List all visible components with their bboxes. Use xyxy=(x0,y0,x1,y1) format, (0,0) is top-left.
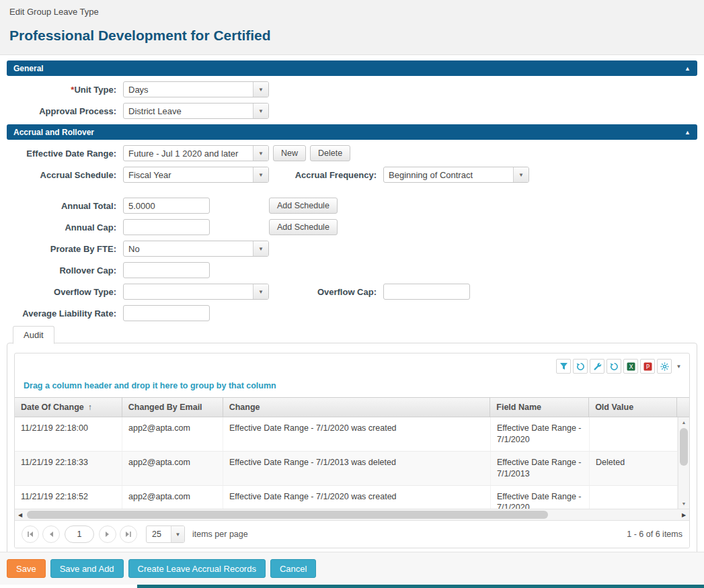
vertical-scrollbar-thumb[interactable] xyxy=(680,428,688,466)
rollover-cap-input[interactable] xyxy=(123,262,210,278)
overflow-type-dropdown[interactable]: ▼ xyxy=(123,284,269,300)
save-button[interactable]: Save xyxy=(7,559,46,578)
cell-email: app2@apta.com xyxy=(122,486,223,509)
cell-email: app2@apta.com xyxy=(122,417,223,451)
pager-previous-button[interactable] xyxy=(42,526,60,543)
filter-icon[interactable] xyxy=(556,359,571,374)
pager-next-button[interactable] xyxy=(99,526,116,543)
unit-type-value: Days xyxy=(124,82,253,97)
column-header-filler xyxy=(677,398,689,417)
export-excel-icon[interactable]: X xyxy=(623,359,638,374)
cell-date: 11/21/19 22:18:00 xyxy=(15,417,122,451)
annual-total-label: Annual Total: xyxy=(7,201,123,211)
annual-total-row: Annual Total: Add Schedule xyxy=(7,198,697,214)
chevron-down-icon: ▼ xyxy=(253,103,268,118)
effective-date-range-label: Effective Date Range: xyxy=(7,149,123,159)
prorate-by-fte-row: Prorate By FTE: No ▼ xyxy=(7,241,697,257)
collapse-arrow-icon[interactable]: ▲ xyxy=(685,65,691,72)
add-schedule-button[interactable]: Add Schedule xyxy=(269,198,338,214)
effective-date-range-row: Effective Date Range: Future - Jul 1 202… xyxy=(7,145,697,161)
tab-audit[interactable]: Audit xyxy=(13,326,54,344)
accrual-frequency-value: Beginning of Contract xyxy=(384,167,513,182)
unit-type-dropdown[interactable]: Days ▼ xyxy=(123,81,269,97)
accrual-frequency-dropdown[interactable]: Beginning of Contract ▼ xyxy=(383,167,529,183)
grid-toolbar: X P ▼ xyxy=(15,353,689,376)
section-header-accrual[interactable]: Accrual and Rollover ▲ xyxy=(7,124,697,140)
cell-old: Deleted xyxy=(590,452,678,485)
prorate-by-fte-value: No xyxy=(124,241,253,256)
average-liability-rate-row: Average Liability Rate: xyxy=(7,305,697,321)
cancel-button[interactable]: Cancel xyxy=(270,559,316,578)
section-header-general[interactable]: General ▲ xyxy=(7,60,697,76)
table-row[interactable]: 11/21/19 22:18:33 app2@apta.com Effectiv… xyxy=(15,452,689,486)
chevron-down-icon: ▼ xyxy=(253,146,268,161)
scroll-right-icon[interactable]: ▶ xyxy=(678,509,689,520)
cell-field: Effective Date Range - 7/1/2013 xyxy=(491,452,590,485)
column-header-old-value[interactable]: Old Value xyxy=(589,398,677,417)
overflow-type-value xyxy=(124,284,253,299)
section-title-accrual: Accrual and Rollover xyxy=(13,128,94,137)
grid-pager: 1 25 ▼ items per page 1 - 6 of 6 items xyxy=(15,520,689,548)
export-pdf-icon[interactable]: P xyxy=(640,359,655,374)
scroll-left-icon[interactable]: ◀ xyxy=(15,509,26,520)
table-row[interactable]: 11/21/19 22:18:00 app2@apta.com Effectiv… xyxy=(15,417,689,452)
cell-change: Effective Date Range - 7/1/2013 was dele… xyxy=(223,452,491,485)
save-and-add-button[interactable]: Save and Add xyxy=(50,559,124,578)
annual-cap-label: Annual Cap: xyxy=(7,222,123,233)
overflow-cap-label: Overflow Cap: xyxy=(269,287,383,297)
column-header-changed-by-email[interactable]: Changed By Email xyxy=(122,398,223,417)
effective-date-range-value: Future - Jul 1 2020 and later xyxy=(124,146,253,161)
column-header-change[interactable]: Change xyxy=(223,398,491,417)
approval-process-dropdown[interactable]: District Leave ▼ xyxy=(123,103,269,119)
overflow-cap-input[interactable] xyxy=(383,284,470,300)
chevron-down-icon: ▼ xyxy=(253,284,268,299)
horizontal-scrollbar-thumb[interactable] xyxy=(27,511,548,519)
scroll-down-icon[interactable]: ▼ xyxy=(678,499,689,509)
create-leave-accrual-records-button[interactable]: Create Leave Accrual Records xyxy=(128,559,266,578)
cell-change: Effective Date Range - 7/1/2020 was crea… xyxy=(223,417,491,451)
refresh-icon[interactable] xyxy=(573,359,588,374)
add-schedule-button[interactable]: Add Schedule xyxy=(269,219,338,235)
toolbar-caret-down-icon[interactable]: ▼ xyxy=(674,359,684,374)
horizontal-scrollbar[interactable]: ◀ ▶ xyxy=(15,509,689,520)
approval-process-label: Approval Process: xyxy=(7,106,123,116)
cell-field: Effective Date Range - 7/1/2020 xyxy=(491,417,590,451)
page-header: Edit Group Leave Type Professional Devel… xyxy=(0,0,704,55)
grid-header-row: Date Of Change ↑ Changed By Email Change… xyxy=(15,397,689,417)
accrual-schedule-row: Accrual Schedule: Fiscal Year ▼ Accrual … xyxy=(7,167,697,183)
average-liability-rate-input[interactable] xyxy=(123,305,210,321)
pager-last-button[interactable] xyxy=(120,526,137,543)
svg-text:P: P xyxy=(646,364,650,370)
cell-field: Effective Date Range - 7/1/2020 xyxy=(491,486,590,509)
prorate-by-fte-dropdown[interactable]: No ▼ xyxy=(123,241,269,257)
annual-cap-input[interactable] xyxy=(123,219,210,235)
accrual-schedule-dropdown[interactable]: Fiscal Year ▼ xyxy=(123,167,269,183)
delete-button[interactable]: Delete xyxy=(310,145,350,161)
unit-type-row: *Unit Type: Days ▼ xyxy=(7,81,697,97)
effective-date-range-dropdown[interactable]: Future - Jul 1 2020 and later ▼ xyxy=(123,145,269,161)
column-header-field-name[interactable]: Field Name xyxy=(490,398,589,417)
average-liability-rate-label: Average Liability Rate: xyxy=(7,308,123,319)
group-by-hint: Drag a column header and drop it here to… xyxy=(15,376,689,397)
action-bar: Save Save and Add Create Leave Accrual R… xyxy=(0,552,704,585)
wrench-icon[interactable] xyxy=(590,359,604,374)
svg-text:X: X xyxy=(629,364,633,370)
column-header-date-of-change[interactable]: Date Of Change ↑ xyxy=(15,398,122,417)
vertical-scrollbar[interactable]: ▲ ▼ xyxy=(678,417,689,509)
page-size-dropdown[interactable]: 25 ▼ xyxy=(146,526,185,543)
overflow-type-label: Overflow Type: xyxy=(7,287,123,297)
accrual-frequency-label: Accrual Frequency: xyxy=(269,170,383,180)
table-row[interactable]: 11/21/19 22:18:52 app2@apta.com Effectiv… xyxy=(15,486,689,509)
rollover-cap-label: Rollover Cap: xyxy=(7,265,123,276)
pager-first-button[interactable] xyxy=(22,526,39,543)
approval-process-row: Approval Process: District Leave ▼ xyxy=(7,103,697,119)
new-button[interactable]: New xyxy=(273,145,306,161)
prorate-by-fte-label: Prorate By FTE: xyxy=(7,244,123,254)
gear-icon[interactable] xyxy=(657,359,672,374)
annual-total-input[interactable] xyxy=(123,198,210,214)
pager-page-1-button[interactable]: 1 xyxy=(65,526,94,543)
refresh-icon[interactable] xyxy=(607,359,621,374)
scroll-up-icon[interactable]: ▲ xyxy=(678,417,689,427)
grid-body: 11/21/19 22:18:00 app2@apta.com Effectiv… xyxy=(15,417,689,509)
collapse-arrow-icon[interactable]: ▲ xyxy=(685,129,691,136)
